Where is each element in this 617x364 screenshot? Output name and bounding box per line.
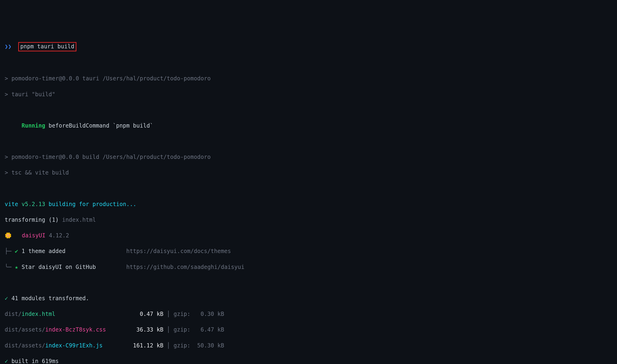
- terminal-output: ❯❯ pnpm tauri build > pomodoro-timer@0.0…: [5, 34, 612, 364]
- file-row-0: dist/index.html 0.47 kB │ gzip: 0.30 kB: [5, 310, 612, 318]
- star-icon: ★: [15, 264, 18, 270]
- script-header-2: > tauri "build": [5, 91, 612, 99]
- daisy-theme-line: ├─ ✔ 1 theme added https://daisyui.com/d…: [5, 247, 612, 255]
- modules-line: ✓ 41 modules transformed.: [5, 295, 612, 302]
- command-highlight: pnpm tauri build: [18, 42, 77, 52]
- file-row-1: dist/assets/index-BczT8syk.css 36.33 kB …: [5, 326, 612, 334]
- flower-icon: 🌼: [5, 232, 12, 239]
- prompt-arrows: ❯❯: [5, 43, 12, 50]
- check-icon: ✔: [15, 248, 18, 254]
- build-header-2: > tsc && vite build: [5, 169, 612, 177]
- vite-line: vite v5.2.13 building for production...: [5, 200, 612, 208]
- file-row-2: dist/assets/index-C99r1Exh.js 161.12 kB …: [5, 342, 612, 350]
- build-header-1: > pomodoro-timer@0.0.0 build /Users/hal/…: [5, 153, 612, 161]
- daisy-star-line: ╰─ ★ Star daisyUI on GitHub https://gith…: [5, 263, 612, 271]
- transforming-line: transforming (1) index.html: [5, 216, 612, 224]
- daisy-header: 🌼 daisyUI 4.12.2: [5, 232, 612, 240]
- command-line[interactable]: ❯❯ pnpm tauri build: [5, 42, 612, 52]
- built-line: ✓ built in 619ms: [5, 357, 612, 364]
- script-header-1: > pomodoro-timer@0.0.0 tauri /Users/hal/…: [5, 75, 612, 83]
- running-line: Running beforeBuildCommand `pnpm build`: [5, 122, 612, 130]
